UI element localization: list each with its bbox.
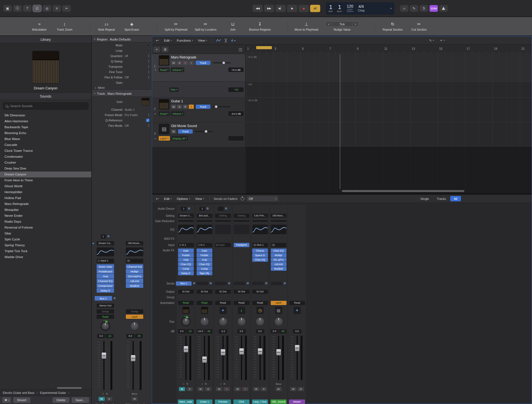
audio-device-value[interactable]: 1 [101,234,106,239]
audio-fx-slot[interactable]: Chan EQ [178,262,194,266]
volume-fader[interactable] [252,335,268,381]
audio-fx-slot[interactable]: Tape Dly [197,271,212,275]
track-channel-value[interactable]: Audio 1 [125,108,149,111]
volume-fader[interactable] [233,335,249,381]
channel-icon[interactable]: ♪ [238,307,245,314]
m-button[interactable]: M [197,387,204,391]
slider-thumb[interactable] [215,105,218,108]
info-button[interactable]: ⓘ [13,5,22,12]
send-knob[interactable] [209,282,212,285]
target-button[interactable]: ◎ [43,5,51,12]
view-all-button[interactable]: All [450,196,461,201]
automation-mode-button[interactable]: Read [197,301,212,305]
send-knob[interactable] [246,282,249,285]
audio-fx-slot[interactable]: AdLimit [271,262,287,266]
fader-cap[interactable] [220,349,226,356]
track-header-3[interactable]: 3▤Old Movie SoundMTrack▸Latch▾Display of… [152,123,245,147]
track-s-button[interactable]: S [177,105,182,109]
sound-list-item[interactable]: Hemisphilter [0,189,91,195]
library-settings-button[interactable]: ✱ ▾ [2,397,11,403]
search-scope-caret-icon[interactable]: ▾ [9,105,10,107]
mixer-menu-view[interactable]: View▾ [193,197,207,200]
volume-value[interactable]: 0.0 [271,329,278,333]
view-single-button[interactable]: Single [417,196,433,201]
region-flex-follow-value[interactable]: Off [125,76,148,79]
eq-display[interactable] [97,247,114,256]
device-knob[interactable] [187,207,191,210]
automation-mode-button[interactable]: Read [252,301,268,305]
pan-knob[interactable] [196,315,212,328]
track-icon[interactable]: ▤ [159,124,169,134]
sound-list-item[interactable]: Never Ender [0,213,91,219]
fader-cap[interactable] [101,352,106,359]
cycle-button[interactable]: ⇄ [310,5,320,12]
nudge-forward-button[interactable]: › [352,22,358,26]
input-button[interactable]: Klopfgeist [234,243,249,247]
sound-list-item[interactable]: Ghost World [0,183,91,189]
articulation-button[interactable]: ≈Articulation [30,22,48,31]
audio-fx-slot[interactable]: Channel EQ [126,264,143,269]
peak-value[interactable]: -38 [205,329,212,333]
track-button[interactable]: Track [178,129,193,134]
audio-fx-slot[interactable]: Amp [178,258,194,262]
channel-icon[interactable]: ▤ [275,307,282,314]
track-inspector-header[interactable]: ▾ Track: Mars Retrograde [92,90,151,97]
volume-value[interactable]: 0.0 [256,329,264,333]
audio-fx-slot[interactable]: Multipr [126,269,143,274]
sound-list-item[interactable]: Deep Sea Dive [0,166,91,171]
sound-list-item[interactable]: Spring Theory [0,242,91,248]
fader-cap[interactable] [295,345,300,351]
output-button[interactable]: St Out [178,290,194,294]
m-button[interactable]: M [253,387,259,391]
tracks-menu-view[interactable]: View▾ [195,39,210,42]
send-slot[interactable]: Bus 1 [176,281,192,286]
output-button[interactable]: St Out [234,290,249,294]
automation-param-dropdown[interactable]: Volume▾ [171,111,184,116]
split-by-playhead-button[interactable]: ✂Split by Playhead [165,22,187,31]
audio-fx-slot[interactable]: Pedalboard [97,269,114,274]
sound-list-item[interactable]: Mars Retrograde [0,201,91,207]
audio-fx-slot[interactable]: ModDel [126,283,143,288]
volume-fader[interactable] [125,340,144,391]
group-button[interactable]: Group [126,309,143,313]
track-m-button[interactable]: M [171,105,176,109]
playhead[interactable] [340,54,340,189]
output-button[interactable]: St Out [197,290,212,294]
sound-list-item[interactable]: Dream Canyon [0,171,91,177]
m-button[interactable]: M [290,387,296,391]
d-button[interactable]: D [298,387,304,391]
search-input[interactable] [10,104,86,108]
audio-fx-slot[interactable]: Chan EQ [252,258,268,262]
eq-display[interactable] [234,225,249,234]
volume-fader[interactable] [96,340,115,391]
audio-device-value[interactable] [218,207,224,211]
automation-mode-button[interactable]: Read [178,301,194,305]
m-button[interactable]: M [179,387,185,391]
channel-name[interactable]: Click [233,400,249,404]
save-button[interactable]: Save... [72,397,89,403]
track-button[interactable]: Track [196,105,210,109]
s-button[interactable]: S [106,397,112,401]
audio-device-value[interactable]: 1 [181,207,187,211]
volume-fader[interactable] [178,335,194,381]
volume-value[interactable]: -3.2 [219,329,227,333]
tracks-menu-edit[interactable]: Edit▾ [162,39,174,42]
track-header-2[interactable]: 2Guitar 1MSRITrack▸Read▾Volume▾-24.0 dB [152,98,245,122]
input-button[interactable] [271,243,287,247]
track-volume-slider[interactable] [213,62,231,63]
audio-fx-slot[interactable]: Comp [197,267,212,271]
audio-fx-slot[interactable]: Amp [197,258,212,262]
rewind-button[interactable]: ◀◀ [253,5,263,12]
eraser-button[interactable]: ▱ [400,5,408,12]
pan-knob[interactable] [125,320,144,333]
automation-mode-button[interactable]: Read [234,301,249,305]
automation-disclosure[interactable]: ▾ [155,69,158,71]
track-lane[interactable]: -24.0 dB [246,98,532,122]
setting-button[interactable]: Old Movie... [126,241,143,245]
pan-knob[interactable] [252,315,268,328]
track-zoom-button[interactable]: ↕Track Zoom [56,22,74,31]
channel-icon[interactable] [182,307,190,314]
audio-fx-slot[interactable]: Space D [252,253,268,257]
channel-name[interactable]: Guitar 1 [196,400,212,404]
audio-fx-slot[interactable]: Compressor [97,283,114,288]
